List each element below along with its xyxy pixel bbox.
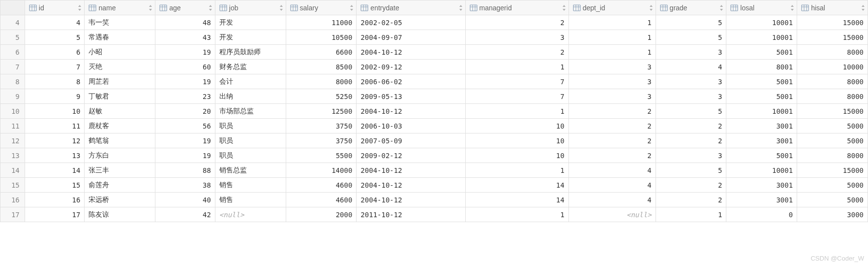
cell-grade[interactable]: 5 [656,15,726,30]
column-header-dept_id[interactable]: dept_id [569,0,656,15]
cell-grade[interactable]: 3 [656,45,726,60]
column-header-name[interactable]: name [85,0,155,15]
cell-losal[interactable]: 3001 [726,133,797,148]
cell-dept_id[interactable]: 1 [569,15,656,30]
cell-job[interactable]: 会计 [215,74,286,89]
cell-grade[interactable]: 3 [656,89,726,104]
column-header-salary[interactable]: salary [286,0,357,15]
cell-grade[interactable]: 5 [656,163,726,178]
cell-dept_id[interactable]: 4 [569,163,656,178]
cell-job[interactable]: 市场部总监 [215,104,286,119]
cell-job[interactable]: 职员 [215,119,286,133]
cell-entrydate[interactable]: 2004-10-12 [357,45,465,60]
cell-losal[interactable]: 5001 [726,74,797,89]
cell-entrydate[interactable]: 2009-05-13 [357,89,465,104]
cell-salary[interactable]: 4600 [286,178,357,193]
cell-dept_id[interactable]: 2 [569,104,656,119]
cell-entrydate[interactable]: 2004-09-07 [357,30,465,45]
cell-age[interactable]: 20 [155,104,215,119]
cell-entrydate[interactable]: 2002-09-12 [357,60,465,74]
table-row[interactable]: 99丁敏君23出纳52502009-05-1373350018000 [0,89,868,104]
cell-dept_id[interactable]: 1 [569,45,656,60]
cell-entrydate[interactable]: 2004-10-12 [357,163,465,178]
cell-dept_id[interactable]: <null> [569,207,656,222]
cell-managerid[interactable]: 14 [465,178,569,193]
cell-id[interactable]: 14 [25,163,85,178]
cell-managerid[interactable]: 2 [465,45,569,60]
cell-managerid[interactable]: 7 [465,89,569,104]
cell-hisal[interactable]: 15000 [797,104,868,119]
table-row[interactable]: 88周芷若19会计80002006-06-0273350018000 [0,74,868,89]
cell-id[interactable]: 4 [25,15,85,30]
cell-grade[interactable]: 3 [656,148,726,163]
cell-age[interactable]: 48 [155,15,215,30]
cell-age[interactable]: 42 [155,207,215,222]
cell-grade[interactable]: 2 [656,119,726,133]
sort-icon[interactable] [649,5,654,11]
cell-name[interactable]: 赵敏 [85,104,155,119]
table-row[interactable]: 66小昭19程序员鼓励师66002004-10-1221350018000 [0,45,868,60]
sort-icon[interactable] [208,5,213,11]
cell-age[interactable]: 56 [155,119,215,133]
cell-salary[interactable]: 10500 [286,30,357,45]
cell-losal[interactable]: 10001 [726,30,797,45]
cell-losal[interactable]: 0 [726,207,797,222]
cell-grade[interactable]: 1 [656,207,726,222]
cell-dept_id[interactable]: 2 [569,119,656,133]
cell-grade[interactable]: 2 [656,193,726,207]
cell-losal[interactable]: 10001 [726,15,797,30]
cell-hisal[interactable]: 5000 [797,133,868,148]
column-header-losal[interactable]: losal [726,0,797,15]
table-row[interactable]: 1212鹤笔翁19职员37502007-05-09102230015000 [0,133,868,148]
cell-grade[interactable]: 5 [656,30,726,45]
column-header-managerid[interactable]: managerid [465,0,569,15]
cell-job[interactable]: 出纳 [215,89,286,104]
cell-id[interactable]: 11 [25,119,85,133]
cell-managerid[interactable]: 1 [465,104,569,119]
column-header-age[interactable]: age [155,0,215,15]
cell-losal[interactable]: 3001 [726,119,797,133]
cell-salary[interactable]: 6600 [286,45,357,60]
cell-job[interactable]: 开发 [215,30,286,45]
cell-job[interactable]: 财务总监 [215,60,286,74]
cell-entrydate[interactable]: 2006-06-02 [357,74,465,89]
cell-id[interactable]: 5 [25,30,85,45]
cell-managerid[interactable]: 1 [465,163,569,178]
cell-name[interactable]: 丁敏君 [85,89,155,104]
cell-managerid[interactable]: 14 [465,193,569,207]
cell-salary[interactable]: 8500 [286,60,357,74]
cell-hisal[interactable]: 8000 [797,148,868,163]
cell-managerid[interactable]: 10 [465,119,569,133]
cell-hisal[interactable]: 5000 [797,193,868,207]
cell-dept_id[interactable]: 1 [569,30,656,45]
cell-hisal[interactable]: 3000 [797,207,868,222]
cell-salary[interactable]: 11000 [286,15,357,30]
cell-job[interactable]: 销售总监 [215,163,286,178]
cell-dept_id[interactable]: 2 [569,133,656,148]
cell-managerid[interactable]: 1 [465,60,569,74]
sort-icon[interactable] [77,5,82,11]
table-row[interactable]: 77灭绝60财务总监85002002-09-12134800110000 [0,60,868,74]
cell-entrydate[interactable]: 2009-02-12 [357,148,465,163]
cell-hisal[interactable]: 15000 [797,15,868,30]
cell-age[interactable]: 23 [155,89,215,104]
cell-losal[interactable]: 3001 [726,193,797,207]
cell-losal[interactable]: 5001 [726,89,797,104]
cell-grade[interactable]: 2 [656,133,726,148]
cell-age[interactable]: 88 [155,163,215,178]
cell-hisal[interactable]: 5000 [797,119,868,133]
cell-id[interactable]: 10 [25,104,85,119]
cell-salary[interactable]: 3750 [286,119,357,133]
cell-hisal[interactable]: 10000 [797,60,868,74]
cell-job[interactable]: 程序员鼓励师 [215,45,286,60]
cell-entrydate[interactable]: 2006-10-03 [357,119,465,133]
cell-age[interactable]: 60 [155,60,215,74]
cell-dept_id[interactable]: 3 [569,74,656,89]
cell-entrydate[interactable]: 2004-10-12 [357,104,465,119]
cell-salary[interactable]: 5500 [286,148,357,163]
cell-entrydate[interactable]: 2004-10-12 [357,193,465,207]
column-header-grade[interactable]: grade [656,0,726,15]
cell-id[interactable]: 15 [25,178,85,193]
cell-entrydate[interactable]: 2002-02-05 [357,15,465,30]
cell-salary[interactable]: 14000 [286,163,357,178]
